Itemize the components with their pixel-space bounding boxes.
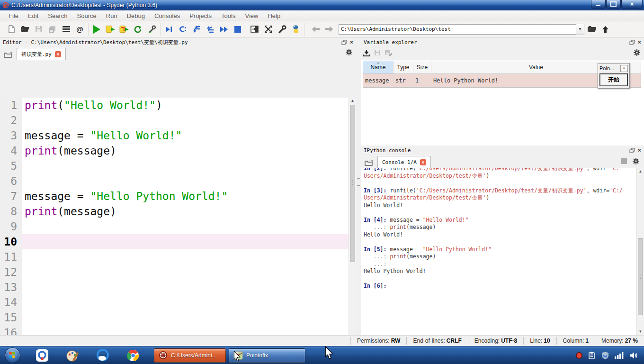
recording-icon[interactable] xyxy=(575,352,583,359)
editor-panel-header[interactable]: Editor - C:\Users\Administrator\Desktop\… xyxy=(0,37,356,47)
editor-line-11[interactable]: 11 xyxy=(0,249,349,264)
console-scrollbar[interactable]: ▲ ▼ xyxy=(636,168,644,335)
menu-view[interactable]: View xyxy=(240,12,263,19)
console-output[interactable]: In [2]: runfile('C:/Users/Administrator/… xyxy=(361,168,636,335)
variable-explorer-header[interactable]: Variable explorer × xyxy=(361,37,644,47)
start-button[interactable] xyxy=(5,347,20,363)
editor-scrollbar-thumb[interactable] xyxy=(350,105,355,262)
import-data-icon[interactable] xyxy=(363,49,370,58)
app-icon-paint[interactable] xyxy=(65,348,80,363)
editor-line-4[interactable]: 4print(message) xyxy=(0,143,349,158)
editor-line-15[interactable]: 15 xyxy=(0,310,349,325)
pointofix-start-button[interactable]: 开始 xyxy=(600,74,627,86)
menu-help[interactable]: Help xyxy=(263,12,285,19)
close-button[interactable]: × xyxy=(621,0,643,9)
app-icon-browser[interactable] xyxy=(96,348,110,363)
editor-line-12[interactable]: 12 xyxy=(0,264,349,280)
menu-projects[interactable]: Projects xyxy=(185,12,216,19)
editor-line-5[interactable]: 5 xyxy=(0,158,349,173)
menu-edit[interactable]: Edit xyxy=(23,12,43,19)
save-icon[interactable] xyxy=(32,23,45,36)
step-into-icon[interactable] xyxy=(190,23,203,36)
working-directory-input[interactable] xyxy=(339,24,576,35)
app-icon-netdisk[interactable] xyxy=(35,348,49,363)
editor-line-2[interactable]: 2 xyxy=(0,113,349,128)
close-panel-icon[interactable]: × xyxy=(638,39,641,46)
editor-line-1[interactable]: 1print("Hello World!") xyxy=(0,98,349,113)
editor-tab-close-icon[interactable]: × xyxy=(55,51,61,57)
interrupt-kernel-icon[interactable] xyxy=(621,158,627,164)
column-header-name[interactable]: ▲Name xyxy=(363,61,394,73)
editor-line-8[interactable]: 8print(message) xyxy=(0,204,349,219)
forward-icon[interactable] xyxy=(323,23,336,36)
console-panel-header[interactable]: IPython console × xyxy=(361,146,644,155)
editor-options-gear-icon[interactable] xyxy=(346,49,352,57)
console-options-gear-icon[interactable] xyxy=(633,158,639,164)
scroll-up-icon[interactable]: ▲ xyxy=(637,168,644,175)
pointofix-window[interactable]: Poin... × 开始 xyxy=(598,63,630,89)
stop-debug-icon[interactable] xyxy=(231,23,244,36)
scroll-up-icon[interactable]: ▲ xyxy=(349,98,356,104)
editor-line-3[interactable]: 3message = "Hello World!" xyxy=(0,128,349,143)
open-file-icon[interactable] xyxy=(18,23,31,36)
run-cell-advance-icon[interactable] xyxy=(118,23,131,36)
pointofix-close-icon[interactable]: × xyxy=(620,65,628,72)
editor-line-10[interactable]: 10 xyxy=(0,234,349,249)
browse-tabs-icon[interactable] xyxy=(4,52,12,58)
app-icon-chrome[interactable] xyxy=(126,348,140,363)
directory-dropdown-icon[interactable]: ▼ xyxy=(576,24,584,35)
variable-explorer-gear-icon[interactable] xyxy=(634,49,640,58)
browse-directory-icon[interactable] xyxy=(585,23,598,36)
debug-icon[interactable] xyxy=(162,23,175,36)
taskbar-task-spyder[interactable]: C:/Users/Admini... xyxy=(154,348,226,363)
undock-icon[interactable] xyxy=(629,40,635,45)
console-tab-close-icon[interactable]: × xyxy=(420,159,426,165)
preferences-icon[interactable] xyxy=(276,23,288,36)
undock-icon[interactable] xyxy=(629,148,635,153)
close-panel-icon[interactable]: × xyxy=(350,39,353,46)
menu-debug[interactable]: Debug xyxy=(122,12,150,19)
title-bar[interactable]: C:/Users/Administrator/Desktop/test - Sp… xyxy=(0,0,644,10)
run-cell-icon[interactable] xyxy=(104,23,117,36)
menu-consoles[interactable]: Consoles xyxy=(150,12,185,19)
menu-tools[interactable]: Tools xyxy=(216,12,240,19)
menu-search[interactable]: Search xyxy=(43,12,72,19)
rerun-cell-icon[interactable] xyxy=(132,23,144,36)
editor-line-6[interactable]: 6 xyxy=(0,173,349,189)
parent-directory-icon[interactable] xyxy=(599,23,612,36)
undock-icon[interactable] xyxy=(341,40,347,45)
save-all-icon[interactable] xyxy=(46,23,59,36)
maximize-button[interactable] xyxy=(606,0,621,9)
minimize-button[interactable] xyxy=(591,0,606,9)
scroll-down-icon[interactable]: ▼ xyxy=(637,328,644,335)
save-data-as-icon[interactable] xyxy=(385,49,393,58)
column-header-type[interactable]: Type xyxy=(394,61,413,73)
console-scrollbar-thumb[interactable] xyxy=(638,238,643,315)
python-path-icon[interactable] xyxy=(289,23,302,36)
back-icon[interactable] xyxy=(309,23,322,36)
step-return-icon[interactable] xyxy=(204,23,216,36)
menu-source[interactable]: Source xyxy=(72,12,101,19)
save-data-icon[interactable] xyxy=(374,49,381,58)
file-switcher-icon[interactable] xyxy=(60,23,72,36)
browse-tabs-icon[interactable] xyxy=(365,160,373,166)
editor-line-7[interactable]: 7message = "Hello Python World!" xyxy=(0,189,349,204)
clipboard-icon[interactable] xyxy=(588,351,596,360)
continue-icon[interactable] xyxy=(217,23,230,36)
run-config-icon[interactable] xyxy=(145,23,158,36)
console-tab[interactable]: Console 1/A × xyxy=(377,156,431,168)
panel-splitter[interactable] xyxy=(356,37,361,335)
column-header-size[interactable]: Size xyxy=(413,61,431,73)
run-icon[interactable] xyxy=(90,23,103,36)
code-editor[interactable]: 1print("Hello World!")23message = "Hello… xyxy=(0,98,349,364)
close-panel-icon[interactable]: × xyxy=(638,147,641,154)
editor-tab[interactable]: 初识变量.py × xyxy=(17,48,66,60)
editor-scrollbar[interactable]: ▲ ▼ xyxy=(349,98,356,364)
symbol-finder-icon[interactable]: @ xyxy=(73,23,86,36)
new-file-icon[interactable] xyxy=(5,23,18,36)
maximize-pane-icon[interactable] xyxy=(248,23,261,36)
editor-line-9[interactable]: 9 xyxy=(0,219,349,234)
security-shield-icon[interactable] xyxy=(601,351,609,360)
menu-run[interactable]: Run xyxy=(101,12,122,19)
fullscreen-icon[interactable] xyxy=(262,23,275,36)
